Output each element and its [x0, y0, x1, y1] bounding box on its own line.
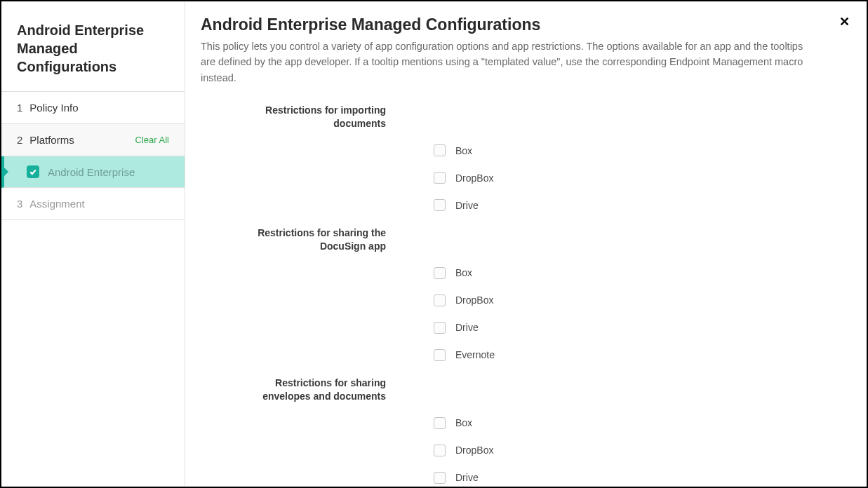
- option-row: Box: [434, 144, 848, 156]
- option-label: DropBox: [455, 294, 493, 306]
- option-checkbox[interactable]: [434, 172, 446, 184]
- option-checkbox[interactable]: [434, 199, 446, 211]
- option-checkbox[interactable]: [434, 267, 446, 279]
- step-platforms[interactable]: 2 Platforms Clear All: [1, 124, 185, 156]
- option-row: Drive: [434, 322, 848, 334]
- section-header: Restrictions for sharing envelopes and d…: [201, 377, 848, 403]
- config-section: Restrictions for importing documentsBoxD…: [201, 104, 848, 211]
- option-label: DropBox: [455, 445, 493, 456]
- step-number: 2: [17, 134, 22, 146]
- option-label: Box: [455, 417, 472, 428]
- option-row: Drive: [434, 199, 848, 211]
- page-description: This policy lets you control a variety o…: [201, 39, 848, 86]
- option-row: DropBox: [434, 294, 848, 306]
- close-button[interactable]: ✕: [839, 15, 850, 28]
- option-label: Drive: [455, 322, 479, 333]
- step-policy-info[interactable]: 1 Policy Info: [1, 92, 185, 124]
- sidebar-item-label: Android Enterprise: [48, 166, 135, 178]
- step-label: Platforms: [29, 134, 135, 146]
- section-header: Restrictions for importing documents: [201, 104, 848, 130]
- sidebar-item-android-enterprise[interactable]: Android Enterprise: [1, 156, 185, 188]
- step-number: 1: [17, 102, 22, 114]
- config-section: Restrictions for sharing envelopes and d…: [201, 377, 848, 487]
- section-label-col: Restrictions for importing documents: [201, 104, 411, 130]
- section-label-col: Restrictions for sharing the DocuSign ap…: [201, 226, 411, 253]
- option-row: Box: [434, 267, 848, 279]
- option-row: Drive: [434, 472, 848, 484]
- section-label: Restrictions for importing documents: [229, 104, 386, 130]
- sidebar-title: Android Enterprise Managed Configuration…: [1, 1, 185, 92]
- sidebar: Android Enterprise Managed Configuration…: [1, 1, 185, 487]
- option-checkbox[interactable]: [434, 322, 446, 334]
- option-label: Evernote: [455, 349, 495, 360]
- option-checkbox[interactable]: [434, 472, 446, 484]
- section-header: Restrictions for sharing the DocuSign ap…: [201, 226, 848, 253]
- step-label: Policy Info: [29, 102, 169, 114]
- step-assignment[interactable]: 3 Assignment: [1, 188, 185, 220]
- config-section: Restrictions for sharing the DocuSign ap…: [201, 226, 848, 361]
- option-label: Drive: [455, 200, 479, 211]
- option-row: Box: [434, 417, 848, 429]
- section-label-col: Restrictions for sharing envelopes and d…: [201, 377, 411, 403]
- option-label: Box: [455, 145, 472, 156]
- close-icon: ✕: [839, 15, 850, 29]
- option-checkbox[interactable]: [434, 417, 446, 429]
- option-label: DropBox: [455, 172, 493, 184]
- step-number: 3: [17, 198, 22, 210]
- section-label: Restrictions for sharing the DocuSign ap…: [229, 226, 386, 253]
- main-panel: ✕ Android Enterprise Managed Configurati…: [185, 1, 867, 487]
- option-checkbox[interactable]: [434, 294, 446, 306]
- clear-all-link[interactable]: Clear All: [135, 135, 169, 145]
- option-checkbox[interactable]: [434, 349, 446, 361]
- option-checkbox[interactable]: [434, 144, 446, 156]
- option-label: Drive: [455, 472, 479, 483]
- step-label: Assignment: [29, 198, 169, 210]
- option-row: DropBox: [434, 445, 848, 456]
- page-title: Android Enterprise Managed Configuration…: [201, 15, 848, 34]
- option-label: Box: [455, 267, 472, 278]
- option-row: DropBox: [434, 172, 848, 184]
- checkmark-icon[interactable]: [27, 165, 39, 178]
- option-checkbox[interactable]: [434, 445, 446, 456]
- option-row: Evernote: [434, 349, 848, 361]
- section-label: Restrictions for sharing envelopes and d…: [229, 377, 386, 403]
